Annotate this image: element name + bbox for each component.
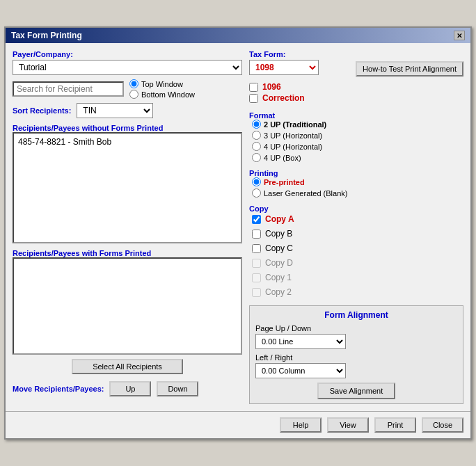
recipients-without-label: Recipients/Payees without Forms Printed bbox=[13, 124, 242, 132]
dialog-title: Tax Form Printing bbox=[11, 31, 82, 40]
copy-section: Copy Copy A Copy B Copy C bbox=[249, 202, 463, 298]
print-laser-item: Laser Generated (Blank) bbox=[252, 188, 463, 198]
copy-d-label: Copy D bbox=[265, 258, 293, 268]
move-row: Move Recipients/Payees: Up Down bbox=[13, 381, 242, 396]
recipients-without-listbox[interactable]: 485-74-8821 - Smith Bob bbox=[13, 132, 242, 243]
copy-d-item: Copy D bbox=[252, 258, 463, 268]
fmt-3up-radio[interactable] bbox=[252, 131, 261, 140]
print-preprinted-label: Pre-printed bbox=[264, 178, 305, 186]
fmt-2up-label: 2 UP (Traditional) bbox=[264, 120, 326, 129]
list-item[interactable]: 485-74-8821 - Smith Bob bbox=[17, 136, 238, 147]
view-button[interactable]: View bbox=[327, 417, 369, 433]
payer-dropdown[interactable]: Tutorial bbox=[13, 60, 242, 75]
top-window-label: Top Window bbox=[141, 80, 183, 88]
move-label: Move Recipients/Payees: bbox=[13, 385, 104, 393]
copy-1-checkbox[interactable] bbox=[252, 273, 261, 282]
fmt-2up-radio[interactable] bbox=[252, 120, 261, 129]
page-up-down-label: Page Up / Down bbox=[255, 324, 457, 332]
top-window-radio[interactable] bbox=[129, 79, 138, 88]
select-all-button[interactable]: Select All Recipients bbox=[72, 359, 183, 374]
fmt-3up-label: 3 UP (Horizontal) bbox=[264, 131, 322, 140]
help-button[interactable]: Help bbox=[280, 417, 322, 433]
printing-section: Printing Pre-printed Laser Generated (Bl… bbox=[249, 166, 463, 198]
recipients-with-section: Recipients/Payees with Forms Printed bbox=[13, 248, 242, 355]
search-input[interactable] bbox=[13, 81, 124, 97]
sort-dropdown[interactable]: TIN bbox=[77, 103, 153, 118]
format-label: Format bbox=[249, 111, 463, 120]
select-all-row: Select All Recipients bbox=[13, 359, 242, 374]
print-laser-radio[interactable] bbox=[252, 188, 261, 198]
how-to-button[interactable]: How-to Test Print Alignment bbox=[356, 61, 463, 77]
copy-2-label: Copy 2 bbox=[265, 287, 292, 297]
left-right-select[interactable]: 0.00 Column bbox=[255, 363, 346, 378]
copy-b-item: Copy B bbox=[252, 229, 463, 239]
search-radio-row: Top Window Bottom Window bbox=[13, 79, 242, 99]
cb-correction-label: Correction bbox=[262, 93, 305, 103]
save-alignment-button[interactable]: Save Alignment bbox=[317, 383, 395, 399]
fmt-4up-box-radio[interactable] bbox=[252, 153, 261, 162]
print-button[interactable]: Print bbox=[374, 417, 416, 433]
copy-d-checkbox[interactable] bbox=[252, 259, 261, 268]
copy-1-item: Copy 1 bbox=[252, 273, 463, 282]
page-up-down-select[interactable]: 0.00 Line bbox=[255, 334, 346, 349]
print-preprinted-item: Pre-printed bbox=[252, 177, 463, 186]
copy-a-label: Copy A bbox=[265, 214, 294, 224]
close-icon[interactable]: ✕ bbox=[454, 31, 465, 40]
copy-a-checkbox[interactable] bbox=[252, 215, 261, 224]
copy-c-label: Copy C bbox=[265, 243, 293, 253]
copy-2-checkbox[interactable] bbox=[252, 288, 261, 297]
recipients-without-section: Recipients/Payees without Forms Printed … bbox=[13, 122, 242, 243]
title-bar: Tax Form Printing ✕ bbox=[6, 28, 470, 43]
tax-form-section: Tax Form: 1098 bbox=[249, 50, 319, 75]
bottom-window-radio-item: Bottom Window bbox=[129, 90, 195, 99]
copy-c-item: Copy C bbox=[252, 243, 463, 253]
left-right-label: Left / Right bbox=[255, 353, 457, 362]
recipients-with-label: Recipients/Payees with Forms Printed bbox=[13, 249, 242, 257]
left-panel: Payer/Company: Tutorial Top Window Botto… bbox=[13, 50, 242, 404]
printing-group: Pre-printed Laser Generated (Blank) bbox=[249, 177, 463, 198]
bottom-bar: Help View Print Close bbox=[6, 411, 470, 438]
down-button[interactable]: Down bbox=[157, 381, 198, 396]
fmt-4up-horiz-radio[interactable] bbox=[252, 142, 261, 151]
close-button[interactable]: Close bbox=[422, 417, 463, 433]
fmt-4up-horiz-label: 4 UP (Horizontal) bbox=[264, 143, 322, 151]
form-alignment-box: Form Alignment Page Up / Down 0.00 Line … bbox=[249, 305, 463, 404]
printing-label: Printing bbox=[249, 169, 463, 177]
fmt-3up-item: 3 UP (Horizontal) bbox=[252, 131, 463, 140]
fmt-2up-item: 2 UP (Traditional) bbox=[252, 120, 463, 129]
cb-correction-item: Correction bbox=[249, 93, 463, 103]
copy-b-checkbox[interactable] bbox=[252, 230, 261, 239]
cb-1096-label: 1096 bbox=[262, 82, 281, 92]
copy-group: Copy A Copy B Copy C Copy D bbox=[249, 213, 463, 298]
tax-form-howto-row: Tax Form: 1098 How-to Test Print Alignme… bbox=[249, 50, 463, 77]
print-laser-label: Laser Generated (Blank) bbox=[264, 189, 347, 198]
copy-label: Copy bbox=[249, 204, 463, 213]
page-up-down-row: Page Up / Down 0.00 Line bbox=[255, 324, 457, 349]
extra-checkboxes: 1096 Correction bbox=[249, 81, 463, 104]
fmt-4up-box-label: 4 UP (Box) bbox=[264, 154, 301, 162]
payer-company-section: Payer/Company: Tutorial bbox=[13, 50, 242, 75]
bottom-window-label: Bottom Window bbox=[141, 90, 195, 99]
copy-a-item: Copy A bbox=[252, 214, 463, 224]
tax-form-printing-dialog: Tax Form Printing ✕ Payer/Company: Tutor… bbox=[4, 26, 472, 440]
format-section: Format 2 UP (Traditional) 3 UP (Horizont… bbox=[249, 109, 463, 162]
right-panel: Tax Form: 1098 How-to Test Print Alignme… bbox=[249, 50, 463, 404]
copy-1-label: Copy 1 bbox=[265, 273, 292, 282]
tax-form-dropdown[interactable]: 1098 bbox=[249, 60, 319, 75]
fmt-4up-box-item: 4 UP (Box) bbox=[252, 153, 463, 162]
tax-form-label: Tax Form: bbox=[249, 50, 319, 58]
up-button[interactable]: Up bbox=[109, 381, 151, 396]
window-radio-group: Top Window Bottom Window bbox=[129, 79, 195, 99]
cb-correction-checkbox[interactable] bbox=[249, 94, 258, 103]
copy-b-label: Copy B bbox=[265, 229, 292, 239]
print-preprinted-radio[interactable] bbox=[252, 177, 261, 186]
copy-2-item: Copy 2 bbox=[252, 287, 463, 297]
left-right-row: Left / Right 0.00 Column bbox=[255, 353, 457, 378]
sort-label: Sort Recipients: bbox=[13, 106, 71, 115]
cb-1096-checkbox[interactable] bbox=[249, 83, 258, 92]
recipients-with-listbox[interactable] bbox=[13, 257, 242, 355]
cb-1096-item: 1096 bbox=[249, 82, 463, 92]
copy-c-checkbox[interactable] bbox=[252, 244, 261, 253]
alignment-title: Form Alignment bbox=[255, 310, 457, 320]
bottom-window-radio[interactable] bbox=[129, 90, 138, 99]
